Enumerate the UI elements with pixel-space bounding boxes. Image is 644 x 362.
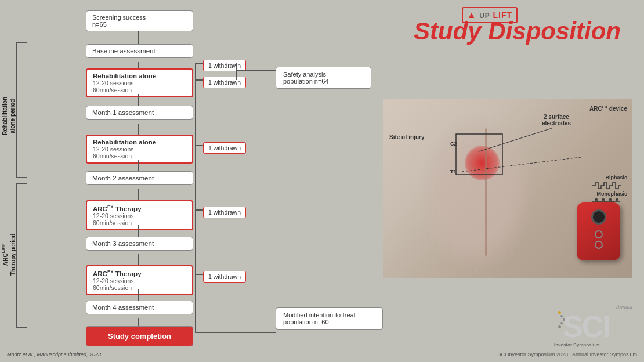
footer-right: SCI Investor Symposium 2023 Annual Inves… (497, 352, 637, 357)
month3-box: Month 3 assessment (86, 237, 193, 251)
month1-label: Month 1 assessment (92, 109, 187, 116)
line-w5-v (195, 209, 196, 274)
line-mitt-h (195, 332, 276, 333)
footer-left: Moritz et al., Manuscript submitted, 202… (7, 352, 101, 357)
withdrawn3-box: 1 withdrawn (203, 142, 246, 154)
rehab-bracket (16, 42, 27, 178)
arc2-detail: 12-20 sessions60min/session (93, 277, 186, 291)
mitt-text: Modified intention-to-treatpopulation n=… (283, 312, 375, 325)
line-w5-h (195, 274, 203, 275)
rehab1-title: Rehabilitation alone (93, 73, 186, 79)
rehab1-box: Rehabilitation alone 12-20 sessions60min… (86, 68, 193, 97)
safety-text: Safety analysispopulation n=64 (283, 71, 364, 85)
electrodes-label: 2 surfaceelectrodes (542, 114, 571, 126)
main-flow-top (138, 31, 139, 39)
arc1-title: ARCEX Therapy (93, 204, 186, 212)
screening-text: Screening success (92, 14, 187, 21)
arc-device-label: ARCEX device (589, 105, 627, 112)
line-safety-v (236, 63, 237, 80)
line-w3-v (195, 79, 196, 145)
withdrawn4-label: 1 withdrawn (208, 209, 241, 216)
screening-box: Screening success n=65 (86, 10, 193, 31)
line-w3-h (195, 145, 203, 146)
mitt-box: Modified intention-to-treatpopulation n=… (276, 307, 383, 330)
line-w2-h (195, 79, 203, 81)
monophasic-label: Monophasic (596, 191, 627, 197)
month1-box: Month 1 assessment (86, 106, 193, 120)
line-w4-v (195, 145, 196, 209)
rehab2-box: Rehabilitation alone 12-20 sessions60min… (86, 135, 193, 164)
line-w1-v (195, 63, 196, 80)
arc1-detail: 12-20 sessions60min/session (93, 212, 186, 226)
biphasic-wave (592, 182, 627, 191)
line-rehab2-month2 (138, 160, 139, 172)
month3-label: Month 3 assessment (92, 240, 187, 247)
withdrawn5-box: 1 withdrawn (203, 271, 246, 283)
arc-bracket (16, 183, 27, 328)
month2-label: Month 2 assessment (92, 175, 187, 182)
medical-image: Site of injury C2 T1 2 surfaceelectrodes… (383, 99, 632, 278)
baseline-box: Baseline assessment (86, 44, 193, 58)
withdrawn4-box: 1 withdrawn (203, 207, 246, 218)
main-container: Study Disposition ▲ UP LIFT Rehabilitati… (0, 0, 644, 362)
completion-label: Study completion (92, 332, 187, 341)
line-arc2-month4 (138, 289, 139, 302)
line-w1-h (195, 63, 203, 64)
withdrawn2-box: 1 withdrawn (203, 77, 246, 88)
line-w4-h (195, 209, 203, 211)
arc2-title: ARCEX Therapy (93, 269, 186, 277)
rehab2-title: Rehabilitation alone (93, 139, 186, 146)
rehab1-detail: 12-20 sessions60min/session (93, 79, 186, 93)
line-arc1-month3 (138, 225, 139, 238)
t1-label: T1 (450, 169, 457, 175)
uplift-text: UP (479, 12, 490, 20)
arc2-box: ARCEX Therapy 12-20 sessions60min/sessio… (86, 265, 193, 295)
safety-box: Safety analysispopulation n=64 (276, 67, 371, 89)
sci-logo: Annual SCI Investor Symposium (551, 304, 632, 350)
rehab-period-label: Rehabilitation alone period (1, 49, 16, 183)
line-rehab1-month1 (138, 94, 139, 107)
arc-period-label: ARCEX® Therapy period (1, 183, 16, 325)
completion-box[interactable]: Study completion (86, 326, 193, 346)
arc1-box: ARCEX Therapy 12-20 sessions60min/sessio… (86, 200, 193, 230)
monophasic-wave (592, 198, 627, 207)
uplift-badge: ▲ UP LIFT (462, 7, 518, 23)
rehab2-detail: 12-20 sessions60min/session (93, 146, 186, 160)
month4-box: Month 4 assessment (86, 301, 193, 314)
withdrawn3-label: 1 withdrawn (208, 144, 241, 151)
c2-label: C2 (450, 141, 457, 147)
withdrawn5-label: 1 withdrawn (208, 273, 241, 280)
line-mitt-v (195, 274, 196, 332)
biphasic-label: Biphasic (605, 175, 627, 180)
month2-box: Month 2 assessment (86, 171, 193, 185)
line-safety-h (236, 70, 276, 71)
month4-label: Month 4 assessment (92, 304, 187, 311)
site-injury-label: Site of injury (389, 134, 425, 140)
baseline-label: Baseline assessment (92, 48, 187, 55)
